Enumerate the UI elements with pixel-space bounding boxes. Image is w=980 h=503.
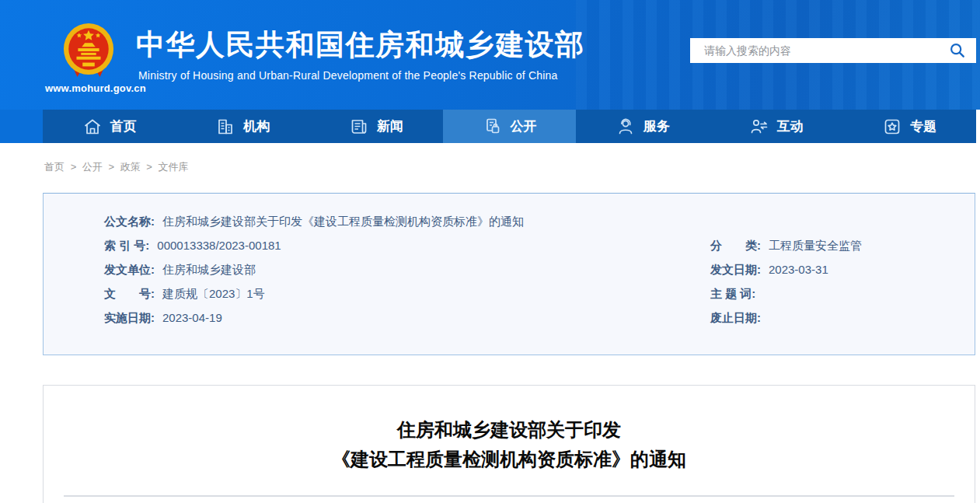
national-emblem-logo[interactable] — [62, 21, 115, 80]
document-meta-card: 公文名称: 住房和城乡建设部关于印发《建设工程质量检测机构资质标准》的通知 索 … — [43, 193, 975, 355]
nav-item-topics[interactable]: 专题 — [842, 110, 976, 143]
meta-label-repeal-date: 废止日期: — [710, 311, 761, 326]
breadcrumb-separator: > — [108, 161, 114, 173]
site-header: www.mohurd.gov.cn 中华人民共和国住房和城乡建设部 Minist… — [0, 0, 980, 110]
service-icon — [616, 117, 636, 137]
search-icon — [949, 42, 966, 59]
meta-value-issue-date: 2023-03-31 — [769, 263, 828, 278]
nav-label: 机构 — [243, 117, 270, 135]
meta-label-index-no: 索 引 号: — [104, 239, 149, 253]
meta-row-name: 公文名称: 住房和城乡建设部关于印发《建设工程质量检测机构资质标准》的通知 — [104, 210, 975, 234]
breadcrumb-home[interactable]: 首页 — [44, 161, 65, 173]
article-divider — [64, 495, 954, 497]
breadcrumb-separator: > — [71, 161, 77, 173]
interaction-icon — [749, 117, 769, 137]
main-nav: 首页 机构 新闻 — [43, 110, 976, 143]
home-icon — [82, 117, 103, 137]
nav-label: 公开 — [511, 117, 537, 135]
search-box — [690, 38, 976, 63]
organization-icon — [215, 117, 235, 137]
nav-label: 新闻 — [377, 117, 403, 135]
national-emblem-icon — [62, 21, 115, 80]
site-url: www.mohurd.gov.cn — [45, 82, 143, 94]
meta-row: 索 引 号: 000013338/2023-00181 分 类: 工程质量安全监… — [104, 234, 975, 258]
page: www.mohurd.gov.cn 中华人民共和国住房和城乡建设部 Minist… — [0, 0, 980, 503]
site-title-cn: 中华人民共和国住房和城乡建设部 — [136, 26, 585, 65]
meta-value-effective-date: 2023-04-19 — [162, 311, 222, 326]
breadcrumb-disclosure[interactable]: 公开 — [82, 161, 103, 173]
meta-label-doc-no: 文 号: — [104, 287, 155, 302]
meta-label-effective-date: 实施日期: — [104, 311, 155, 326]
nav-label: 互动 — [777, 117, 804, 135]
breadcrumb-library[interactable]: 文件库 — [159, 161, 189, 173]
search-button[interactable] — [948, 41, 967, 60]
topics-icon — [882, 117, 902, 137]
meta-label-issue-date: 发文日期: — [710, 263, 761, 278]
meta-value-issuing-unit: 住房和城乡建设部 — [162, 263, 256, 278]
nav-label: 首页 — [110, 117, 137, 135]
news-icon — [349, 117, 369, 137]
meta-label-issuing-unit: 发文单位: — [104, 263, 155, 278]
breadcrumb-policy[interactable]: 政策 — [120, 161, 141, 173]
nav-item-home[interactable]: 首页 — [43, 110, 176, 143]
nav-label: 服务 — [643, 117, 670, 135]
article-title-line1: 住房和城乡建设部关于印发 — [44, 415, 975, 445]
search-input[interactable] — [704, 44, 948, 57]
breadcrumb: 首页 > 公开 > 政策 > 文件库 — [44, 160, 192, 174]
nav-item-news[interactable]: 新闻 — [309, 110, 443, 143]
nav-item-interaction[interactable]: 互动 — [710, 110, 843, 143]
nav-item-organization[interactable]: 机构 — [176, 110, 310, 143]
site-title-en: Ministry of Housing and Urban-Rural Deve… — [138, 69, 557, 82]
meta-value-category: 工程质量安全监管 — [769, 239, 862, 253]
meta-label-category: 分 类: — [710, 239, 761, 253]
nav-item-service[interactable]: 服务 — [576, 110, 710, 143]
meta-label-subject-words: 主 题 词: — [710, 287, 755, 302]
article-title-line2: 《建设工程质量检测机构资质标准》的通知 — [44, 445, 975, 474]
meta-value-doc-no: 建质规〔2023〕1号 — [162, 287, 265, 302]
nav-item-disclosure[interactable]: 公开 — [443, 110, 577, 143]
meta-value-index-no: 000013338/2023-00181 — [157, 239, 281, 253]
article-panel: 住房和城乡建设部关于印发 《建设工程质量检测机构资质标准》的通知 — [43, 385, 975, 503]
breadcrumb-separator: > — [146, 161, 152, 173]
meta-row: 发文单位: 住房和城乡建设部 发文日期: 2023-03-31 — [104, 258, 975, 282]
meta-row: 文 号: 建质规〔2023〕1号 主 题 词: — [104, 282, 975, 306]
meta-row: 实施日期: 2023-04-19 废止日期: — [104, 306, 975, 330]
meta-value-doc-name: 住房和城乡建设部关于印发《建设工程质量检测机构资质标准》的通知 — [162, 215, 524, 229]
disclosure-icon — [483, 117, 503, 137]
meta-label-doc-name: 公文名称: — [104, 215, 155, 229]
nav-label: 专题 — [910, 117, 936, 135]
